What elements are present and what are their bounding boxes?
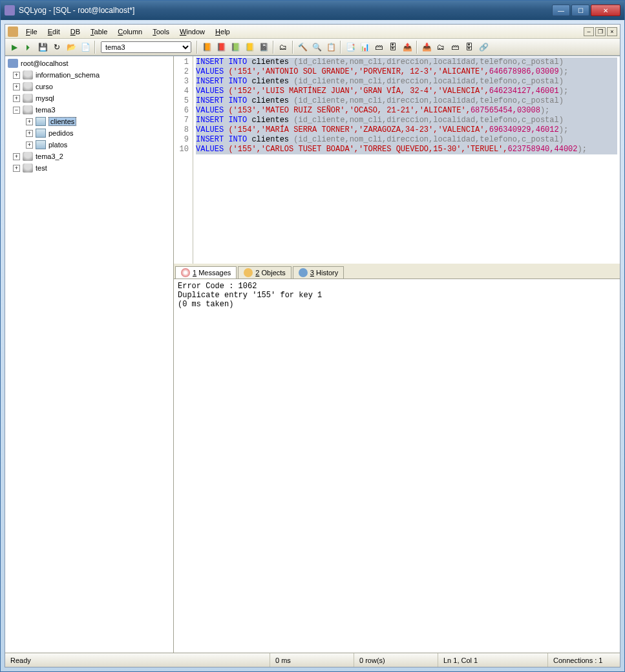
server-icon [8,59,18,68]
tree-db[interactable]: + tema3_2 [6,151,172,162]
tool-icon-6[interactable]: 🗂 [277,41,290,54]
status-rows: 0 row(s) [354,653,438,667]
tool-icon-2[interactable]: 📕 [215,41,228,54]
app-window: SQLyog - [SQL - root@localhost*] — ☐ ✕ F… [0,0,625,672]
tree-db[interactable]: + mysql [6,92,172,104]
expand-icon[interactable]: + [13,153,20,160]
execute-all-icon[interactable]: ⏵ [22,41,35,54]
mdi-minimize[interactable]: – [584,27,594,36]
sql-editor[interactable]: 12345678910 INSERT INTO clientes (id_cli… [174,56,620,265]
database-icon [23,70,33,79]
history-icon [299,268,308,277]
database-selector[interactable]: tema3 [101,41,191,53]
menu-edit[interactable]: Edit [43,26,65,37]
status-position: Ln 1, Col 1 [438,653,548,667]
expand-icon[interactable]: + [13,95,20,102]
open-icon[interactable]: 📂 [65,41,78,54]
tree-table[interactable]: + clientes [6,116,172,127]
tree-db-tema3[interactable]: − tema3 [6,104,172,116]
tree-server[interactable]: root@localhost [6,58,172,69]
table-icon [36,117,46,126]
tree-table[interactable]: + pedidos [6,127,172,139]
error-icon [181,268,190,277]
tree-db[interactable]: + curso [6,81,172,92]
database-icon [23,94,33,103]
line-gutter: 12345678910 [174,56,193,264]
messages-panel[interactable]: Error Code : 1062 Duplicate entry '155' … [174,279,620,653]
app-icon [5,5,15,16]
tree-db[interactable]: + information_schema [6,69,172,81]
expand-icon[interactable]: + [26,142,33,149]
mdi-close[interactable]: × [607,27,617,36]
tab-messages[interactable]: 1 Messages [175,266,237,278]
status-time: 0 ms [270,653,354,667]
result-tabs: 1 Messages 2 Objects 3 History [174,265,620,279]
execute-icon[interactable]: ▶ [8,41,21,54]
menu-file[interactable]: File [21,26,43,37]
database-icon [23,152,33,161]
tool-icon-14[interactable]: 📥 [420,41,433,54]
menu-db[interactable]: DB [65,26,85,37]
mdi-restore[interactable]: ❐ [595,27,606,36]
menu-table[interactable]: Table [85,26,112,37]
tool-icon-15[interactable]: 🗂 [434,41,447,54]
collapse-icon[interactable]: − [13,107,20,114]
doc-icon [8,26,18,37]
tool-icon-9[interactable]: 📑 [344,41,357,54]
new-icon[interactable]: 📄 [79,41,92,54]
database-icon [23,105,33,114]
menu-tools[interactable]: Tools [147,26,175,37]
object-tree[interactable]: root@localhost + information_schema + cu… [5,56,174,653]
tool-icon-16[interactable]: 🗃 [449,41,461,54]
tool-icon-13[interactable]: 📤 [401,41,414,54]
maximize-button[interactable]: ☐ [571,5,589,16]
tool-icon-4[interactable]: 📒 [243,41,256,54]
status-connections: Connections : 1 [548,653,608,667]
tab-objects[interactable]: 2 Objects [238,266,291,278]
tool-icon-7[interactable]: 🔨 [296,41,309,54]
tree-table[interactable]: + platos [6,139,172,151]
table-icon [36,129,46,138]
tool-icon-10[interactable]: 📊 [358,41,371,54]
database-icon [23,82,33,91]
tool-icon-8[interactable]: 📋 [324,41,337,54]
expand-icon[interactable]: + [13,83,20,90]
tool-icon-5[interactable]: 📓 [257,41,270,54]
sql-code[interactable]: INSERT INTO clientes (id_cliente,nom_cli… [193,56,620,264]
status-ready: Ready [5,653,270,667]
tool-icon-12[interactable]: 🗄 [387,41,399,54]
tool-icon-1[interactable]: 📙 [200,41,213,54]
minimize-button[interactable]: — [552,5,570,16]
expand-icon[interactable]: + [26,118,33,125]
database-icon [23,163,33,173]
table-icon [36,140,46,149]
menubar: File Edit DB Table Column Tools Window H… [5,25,620,39]
tab-history[interactable]: 3 History [293,266,344,278]
refresh-icon[interactable]: ↻ [50,41,63,54]
tool-icon-18[interactable]: 🔗 [477,41,490,54]
tool-icon-3[interactable]: 📗 [229,41,242,54]
search-icon[interactable]: 🔍 [310,41,323,54]
close-button[interactable]: ✕ [591,5,620,16]
menu-window[interactable]: Window [175,26,210,37]
menu-column[interactable]: Column [112,26,147,37]
objects-icon [244,268,253,277]
expand-icon[interactable]: + [13,165,20,172]
titlebar[interactable]: SQLyog - [SQL - root@localhost*] — ☐ ✕ [1,1,624,20]
tool-icon-17[interactable]: 🗄 [463,41,476,54]
expand-icon[interactable]: + [13,72,20,79]
expand-icon[interactable]: + [26,130,33,137]
tool-icon-11[interactable]: 🗃 [372,41,385,54]
tree-db[interactable]: + test [6,162,172,174]
save-icon[interactable]: 💾 [36,41,49,54]
window-title: SQLyog - [SQL - root@localhost*] [19,6,552,15]
statusbar: Ready 0 ms 0 row(s) Ln 1, Col 1 Connecti… [5,653,620,667]
menu-help[interactable]: Help [210,26,235,37]
toolbar: ▶ ⏵ 💾 ↻ 📂 📄 tema3 📙 📕 📗 📒 📓 🗂 🔨 🔍 📋 📑 [5,39,620,56]
